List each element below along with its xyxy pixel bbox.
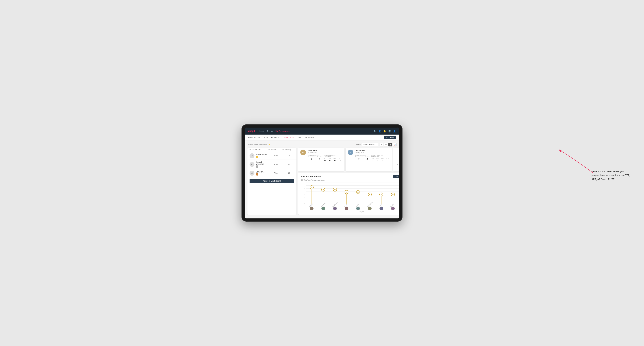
rank-badge: 1: [256, 156, 258, 158]
stat-val-tournament: 7: [355, 158, 362, 160]
bar-row-dbogeys: D. Bogeys + 131: [395, 163, 399, 166]
y-label: 2: [301, 197, 305, 198]
stats-sub: Tournament 7 Practice 2: [355, 156, 370, 160]
player-avatar-small: [368, 206, 372, 210]
team-title: Team Clippd 14 Players ✏️: [248, 144, 270, 146]
player-bar-group: 7x: [306, 185, 318, 204]
streak-bubble: 5x: [344, 190, 348, 194]
grid-view-icon[interactable]: ⊞: [380, 143, 384, 147]
search-icon[interactable]: 🔍: [374, 130, 376, 133]
tab-tour[interactable]: Tour: [298, 135, 301, 140]
annotation-arrow: [556, 145, 595, 176]
streak-line: [346, 194, 347, 204]
bar-row-bogeys: Bogeys 311: [395, 160, 399, 163]
stat-ott: OTT 0: [324, 158, 326, 162]
stat-app: APP 0: [376, 158, 379, 162]
tab-pga[interactable]: PGA: [264, 135, 268, 140]
player-avatar-small: [391, 206, 395, 210]
streaks-section: Best Round Streaks OTT APP ARG PUTT Off …: [298, 173, 399, 215]
stat-tournament: Tournament 8: [308, 156, 315, 160]
stats-grid: Total Rounds Tournament 7 Practice: [355, 155, 390, 162]
period-select[interactable]: Last 3 months: [362, 143, 378, 146]
player-card-info: Rees Britt 02 Sep 2023 Total Rounds Tour…: [308, 150, 342, 162]
y-label: 5: [301, 188, 305, 189]
streak-line: [370, 196, 370, 204]
nav-home[interactable]: Home: [259, 129, 264, 133]
player-avatar-small: [333, 206, 337, 210]
bar-row-birdies: Birdies 96: [395, 154, 399, 156]
stats-label-activities: Total Practice Activities: [324, 155, 342, 158]
avatar: RB: [300, 150, 306, 155]
sub-nav: PGAT Players PGA Hcaps 1-5 Team Clippd T…: [245, 135, 399, 141]
table-view-icon[interactable]: 📊: [393, 143, 396, 147]
stats-label: Total Rounds: [308, 155, 322, 156]
stat-practice: Practice 4: [317, 156, 322, 160]
stats-sub: Tournament 8 Practice 4: [308, 156, 322, 160]
lb-header: PLAYER NAME PB SCORE PB AVG SQ: [248, 148, 296, 152]
streaks-header: Best Round Streaks OTT APP ARG PUTT: [301, 175, 399, 178]
settings-icon[interactable]: ⚙️: [388, 130, 391, 133]
view-full-leaderboard-button[interactable]: View Full Leaderboard: [250, 178, 294, 183]
stat-putt: PUTT 1: [386, 158, 390, 162]
bar-row-pars: Pars 499: [395, 157, 399, 159]
list-view-icon[interactable]: ☰: [384, 143, 388, 147]
player-avatars: [306, 206, 399, 210]
streak-bubble: 6x: [333, 188, 337, 191]
stat-val-practice: 2: [365, 158, 370, 160]
add-team-button[interactable]: Add Team: [384, 136, 396, 139]
stats-label-activities: Total Practice Activities: [371, 155, 390, 158]
player-avatar-small: [321, 206, 325, 210]
player-card-rees: RB Rees Britt 02 Sep 2023 Total Rounds: [298, 148, 344, 172]
player-avatar-small: [380, 206, 383, 210]
team-name: Team Clippd: [248, 144, 258, 146]
player-card-name: Josh Coles: [355, 150, 390, 152]
bell-icon[interactable]: 🔔: [383, 130, 386, 133]
bar-label: Eagles: [395, 151, 399, 153]
stats-sub-activities: OTT 0 APP 0: [324, 158, 342, 162]
nav-icons: 🔍 👤 🔔 ⚙️ 👤: [374, 130, 396, 133]
bar-chart: Eagles 3 Birdies: [395, 151, 399, 166]
right-col: RB Rees Britt 02 Sep 2023 Total Rounds: [298, 148, 399, 215]
y-label: 4: [301, 191, 305, 192]
col-pb-avg: PB AVG SQ: [282, 149, 294, 151]
streak-line: [358, 194, 358, 204]
leaderboard-card: PLAYER NAME PB SCORE PB AVG SQ RB Richar…: [248, 148, 296, 215]
avatar: C: [250, 171, 254, 176]
streak-bubble: 4x: [368, 192, 372, 196]
stat-val-tournament: 8: [308, 158, 315, 160]
tab-all-players[interactable]: All Players: [305, 135, 314, 140]
streak-bubble: 4x: [391, 192, 395, 196]
streak-line: [381, 196, 382, 204]
avatar: JC: [348, 150, 353, 155]
bar-label: D. Bogeys +: [395, 164, 399, 165]
user-icon[interactable]: 👤: [378, 130, 381, 133]
stat-ott: OTT 0: [371, 158, 374, 162]
tab-team-clippd[interactable]: Team Clippd: [284, 135, 294, 140]
player-info: C Cameron... 3: [250, 171, 268, 176]
nav-my-performance[interactable]: My Performance: [276, 129, 290, 133]
lb-avg: 103: [282, 172, 294, 174]
nav-teams[interactable]: Teams: [267, 129, 273, 133]
streak-line: [312, 189, 312, 204]
col-pb-score: PB SCORE: [268, 149, 282, 151]
player-count: 14 Players: [259, 144, 267, 146]
card-view-icon[interactable]: ▦: [388, 143, 392, 147]
player-bar-group: 6x: [329, 188, 341, 204]
annotation: Here you can see streaks your players ha…: [592, 170, 630, 181]
avatar-icon[interactable]: 👤: [393, 130, 396, 133]
streak-bubble: 4x: [380, 192, 383, 196]
lb-score: 18/20: [268, 163, 282, 166]
tab-hcaps[interactable]: Hcaps 1-5: [271, 135, 280, 140]
edit-icon[interactable]: ✏️: [268, 144, 270, 146]
tab-ott[interactable]: OTT: [394, 175, 399, 178]
lb-score: 17/20: [268, 172, 282, 174]
stat-practice: Practice 2: [365, 156, 370, 160]
tab-pgat-players[interactable]: PGAT Players: [248, 135, 260, 140]
streaks-tabs: OTT APP ARG PUTT: [394, 175, 399, 178]
streak-bubble: 7x: [310, 185, 314, 189]
app-logo: clippd: [248, 130, 255, 133]
player-name: Richard Butler: [256, 154, 267, 155]
players-label: Players: [301, 211, 399, 212]
stats-block-activities: Total Practice Activities OTT 0 APP: [324, 155, 342, 162]
chart-title: Total Shots: [395, 168, 399, 170]
